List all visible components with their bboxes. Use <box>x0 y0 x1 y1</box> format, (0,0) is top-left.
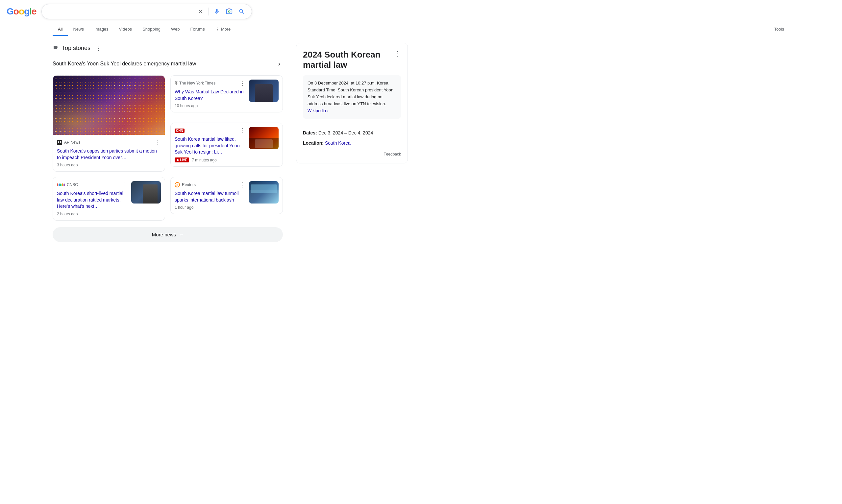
section-title: Top stories <box>62 45 90 52</box>
cnn-card-time: 7 minutes ago <box>192 158 216 162</box>
top-stories-header: Top stories ⋮ <box>53 43 283 53</box>
nyt-card-image <box>249 79 279 102</box>
reuters-card-title[interactable]: South Korea martial law turmoil sparks i… <box>175 190 246 203</box>
nyt-card-menu[interactable]: ⋮ <box>240 79 246 87</box>
cnn-card-title[interactable]: South Korea martial law lifted, growing … <box>175 136 246 156</box>
nyt-card: 𝕿 The New York Times ⋮ Why Was Martial L… <box>171 75 283 118</box>
live-badge: LIVE <box>175 158 189 162</box>
nav-item-news[interactable]: News <box>68 23 89 36</box>
nyt-source-label: The New York Times <box>179 81 215 86</box>
cnbc-source: CNBC ⋮ <box>57 181 128 188</box>
reuters-card-inner: R Reuters ⋮ South Korea martial law turm… <box>175 181 279 210</box>
more-news-button[interactable]: More news → <box>53 227 283 242</box>
reuters-card-menu[interactable]: ⋮ <box>240 181 246 188</box>
reuters-card-image <box>249 181 279 203</box>
reuters-card-content: R Reuters ⋮ South Korea martial law turm… <box>175 181 246 210</box>
search-input[interactable]: korea martial law <box>47 8 193 15</box>
kp-divider <box>303 124 401 124</box>
cnbc-image-bg <box>131 181 161 203</box>
cnn-card: CNN ⋮ South Korea martial law lifted, gr… <box>171 123 283 172</box>
headline-row: South Korea's Yoon Suk Yeol declares eme… <box>53 57 283 70</box>
kp-wikipedia-link[interactable]: Wikipedia › <box>307 108 328 113</box>
cnn-card-image <box>249 127 279 149</box>
cnbc-source-label: CNBC <box>67 182 78 187</box>
search-nav: All News Images Videos Shopping Web Foru… <box>0 23 842 36</box>
knowledge-panel: 2024 South Korean martial law ⋮ On 3 Dec… <box>296 43 408 163</box>
nav-item-images[interactable]: Images <box>89 23 114 36</box>
cnbc-card-menu[interactable]: ⋮ <box>122 181 128 188</box>
main-headline: South Korea's Yoon Suk Yeol declares eme… <box>53 61 196 67</box>
ap-card-content: AP AP News ⋮ South Korea's opposition pa… <box>53 135 165 171</box>
kp-location-value: South Korea <box>325 140 351 146</box>
feedback-label: Feedback <box>383 152 401 157</box>
nyt-source: 𝕿 The New York Times ⋮ <box>175 79 246 87</box>
ap-card-title[interactable]: South Korea's opposition parties submit … <box>57 148 161 161</box>
nav-item-tools[interactable]: Tools <box>769 23 789 36</box>
search-button[interactable] <box>237 7 246 16</box>
cnbc-card: CNBC ⋮ South Korea's short-lived martial… <box>53 177 165 221</box>
microphone-icon <box>213 8 220 15</box>
more-news-container: More news → <box>53 227 283 242</box>
reuters-source: R Reuters ⋮ <box>175 181 246 188</box>
cnn-card-content: CNN ⋮ South Korea martial law lifted, gr… <box>175 127 246 162</box>
lens-button[interactable] <box>225 7 234 16</box>
right-column: 2024 South Korean martial law ⋮ On 3 Dec… <box>296 43 408 242</box>
close-icon <box>197 8 204 15</box>
ap-card-image <box>53 76 165 135</box>
kp-title: 2024 South Korean martial law <box>303 50 394 70</box>
kp-location-field: Location: South Korea <box>303 140 401 147</box>
news-grid: AP AP News ⋮ South Korea's opposition pa… <box>53 75 283 221</box>
feedback-text[interactable]: Feedback <box>303 152 401 157</box>
search-icon <box>238 8 245 15</box>
svg-point-0 <box>229 11 230 13</box>
reuters-card-time: 1 hour ago <box>175 205 246 210</box>
voice-search-button[interactable] <box>212 7 221 16</box>
more-news-arrow: → <box>179 232 183 237</box>
section-menu-button[interactable]: ⋮ <box>94 43 103 53</box>
cnbc-figure <box>143 184 158 203</box>
cnbc-card-inner: CNBC ⋮ South Korea's short-lived martial… <box>57 181 161 216</box>
nyt-t-icon: 𝕿 <box>175 80 177 86</box>
google-logo: Google <box>6 6 36 17</box>
cnn-card-menu[interactable]: ⋮ <box>240 127 246 134</box>
kp-wikipedia-arrow: › <box>327 108 328 113</box>
ap-source: AP AP News ⋮ <box>57 139 161 146</box>
search-bar: korea martial law <box>41 4 252 19</box>
nav-item-shopping[interactable]: Shopping <box>137 23 166 36</box>
reuters-news-card: R Reuters ⋮ South Korea martial law turm… <box>171 177 283 214</box>
search-icons <box>196 7 246 16</box>
kp-location-link[interactable]: South Korea <box>325 140 351 146</box>
kp-description: On 3 December 2024, at 10:27 p.m. Korea … <box>303 75 401 119</box>
ap-source-label: AP News <box>64 140 80 145</box>
camera-icon <box>226 8 233 15</box>
cnn-card-inner: CNN ⋮ South Korea martial law lifted, gr… <box>175 127 279 162</box>
kp-location-label: Location: <box>303 140 324 146</box>
live-label: LIVE <box>180 158 187 162</box>
kp-header: 2024 South Korean martial law ⋮ <box>303 50 401 70</box>
crowd-dots <box>53 76 165 135</box>
cnn-news-card: CNN ⋮ South Korea martial law lifted, gr… <box>171 123 283 167</box>
reuters-card: R Reuters ⋮ South Korea martial law turm… <box>171 177 283 221</box>
nav-item-web[interactable]: Web <box>166 23 185 36</box>
left-column: Top stories ⋮ South Korea's Yoon Suk Yeo… <box>53 43 283 242</box>
ap-card: AP AP News ⋮ South Korea's opposition pa… <box>53 75 165 172</box>
cnbc-peacock-icon <box>57 183 65 186</box>
header: Google korea martial law <box>0 0 842 23</box>
nav-item-all[interactable]: All <box>53 23 68 36</box>
ap-card-menu[interactable]: ⋮ <box>155 139 161 146</box>
cnn-image-bg <box>249 127 279 149</box>
kp-wikipedia-label: Wikipedia <box>307 108 326 113</box>
nav-item-videos[interactable]: Videos <box>114 23 138 36</box>
nyt-card-time: 10 hours ago <box>175 104 246 108</box>
next-arrow-button[interactable]: › <box>275 57 283 70</box>
kp-menu-button[interactable]: ⋮ <box>394 50 401 57</box>
nyt-card-title[interactable]: Why Was Martial Law Declared in South Ko… <box>175 89 246 102</box>
ap-news-card: AP AP News ⋮ South Korea's opposition pa… <box>53 75 165 172</box>
cnn-logo: CNN <box>175 129 184 133</box>
nav-item-forums[interactable]: Forums <box>185 23 210 36</box>
clear-button[interactable] <box>196 7 205 16</box>
cnbc-card-title[interactable]: South Korea's short-lived martial law de… <box>57 190 128 210</box>
cnbc-card-content: CNBC ⋮ South Korea's short-lived martial… <box>57 181 128 216</box>
nav-item-more[interactable]: ⋮ More <box>210 23 236 36</box>
live-dot <box>177 159 179 161</box>
